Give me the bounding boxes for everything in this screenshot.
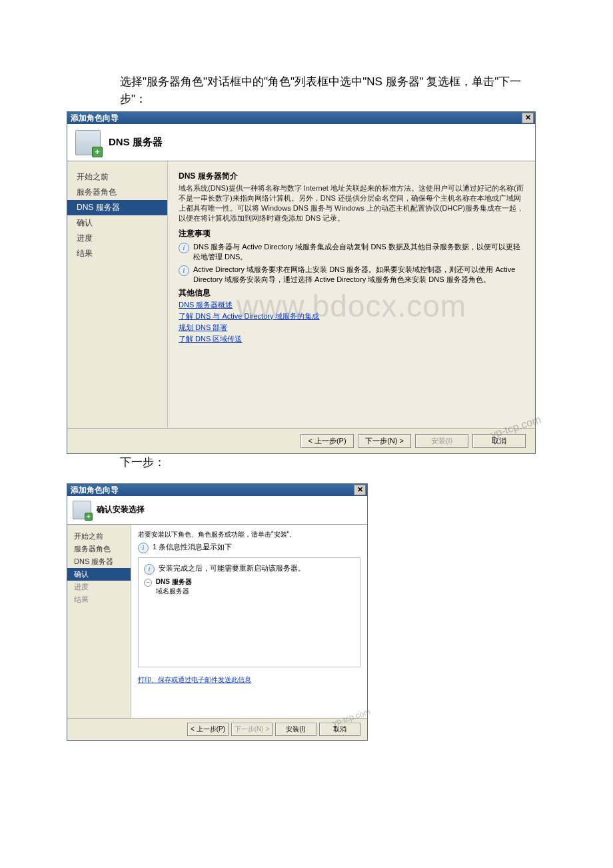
- note-text: Active Directory 域服务要求在网络上安装 DNS 服务器。如果要…: [193, 265, 524, 285]
- role-name: DNS 服务器: [156, 578, 192, 585]
- wizard-sidebar: 开始之前 服务器角色 DNS 服务器 确认 进度 结果: [67, 161, 168, 428]
- notes-heading: 注意事项: [179, 228, 524, 239]
- next-button[interactable]: 下一步(N) >: [358, 434, 411, 448]
- link-dns-zone-transfer[interactable]: 了解 DNS 区域传送: [179, 334, 524, 344]
- dialog-header-title: 确认安装选择: [97, 504, 145, 515]
- info-icon: i: [179, 243, 189, 253]
- previous-button[interactable]: < 上一步(P): [187, 723, 229, 736]
- collapse-icon[interactable]: –: [144, 579, 152, 587]
- confirm-box: i 安装完成之后，可能需要重新启动该服务器。 – DNS 服务器 域名服务器: [138, 557, 360, 667]
- intro-body: 域名系统(DNS)提供一种将名称与数字 Internet 地址关联起来的标准方法…: [179, 183, 524, 223]
- wizard-sidebar: 开始之前 服务器角色 DNS 服务器 确认 进度 结果: [67, 525, 131, 718]
- dialog-title: 添加角色向导: [71, 112, 119, 124]
- restart-warning: 安装完成之后，可能需要重新启动该服务器。: [159, 563, 305, 575]
- print-save-email-link[interactable]: 打印、保存或通过电子邮件发送此信息: [138, 675, 251, 685]
- button-row: < 上一步(P) 下一步(N) > 安装(I) 取消: [67, 428, 535, 453]
- install-button: 安装(I): [415, 434, 468, 448]
- cancel-button[interactable]: 取消: [472, 434, 526, 448]
- info-icon: i: [179, 265, 189, 276]
- sidebar-item-progress[interactable]: 进度: [67, 231, 167, 246]
- intro-heading: DNS 服务器简介: [179, 171, 524, 182]
- info-icon: i: [138, 543, 149, 553]
- link-plan-dns[interactable]: 规划 DNS 部署: [179, 323, 524, 333]
- info-links: DNS 服务器概述 了解 DNS 与 Active Directory 域服务的…: [179, 300, 524, 344]
- link-dns-ad-integration[interactable]: 了解 DNS 与 Active Directory 域服务的集成: [179, 311, 524, 321]
- cancel-button[interactable]: 取消: [319, 723, 360, 736]
- dialog-header: 确认安装选择: [67, 496, 367, 525]
- sidebar-item-confirm[interactable]: 确认: [67, 215, 167, 231]
- next-button: 下一步(N) >: [231, 723, 273, 736]
- titlebar: 添加角色向导 ✕: [67, 484, 367, 496]
- link-dns-overview[interactable]: DNS 服务器概述: [179, 300, 524, 310]
- server-icon: [75, 130, 101, 155]
- wizard-content: DNS 服务器简介 域名系统(DNS)提供一种将名称与数字 Internet 地…: [168, 161, 535, 428]
- wizard-content: 若要安装以下角色、角色服务或功能，请单击"安装"。 i 1 条信息性消息显示如下…: [131, 525, 367, 718]
- info-icon: i: [144, 564, 155, 575]
- close-button[interactable]: ✕: [522, 113, 534, 123]
- sidebar-item-before-start[interactable]: 开始之前: [67, 530, 131, 543]
- sidebar-item-server-roles[interactable]: 服务器角色: [67, 543, 131, 555]
- dialog-title: 添加角色向导: [71, 484, 119, 496]
- dialog-header-title: DNS 服务器: [109, 136, 163, 149]
- sidebar-item-before-start[interactable]: 开始之前: [67, 169, 167, 185]
- sidebar-item-dns-server[interactable]: DNS 服务器: [67, 200, 167, 215]
- close-button[interactable]: ✕: [354, 485, 366, 495]
- instruction-text-1: 选择"服务器角色"对话框中的"角色"列表框中选中"NS 服务器" 复选框，单击"…: [120, 73, 546, 107]
- sidebar-item-result: 结果: [67, 593, 131, 606]
- previous-button[interactable]: < 上一步(P): [301, 434, 354, 448]
- add-role-wizard-dialog-2: 添加角色向导 ✕ 确认安装选择 开始之前 服务器角色 DNS 服务器 确认 进度…: [67, 483, 368, 741]
- sidebar-item-confirm[interactable]: 确认: [67, 568, 131, 581]
- sidebar-item-server-roles[interactable]: 服务器角色: [67, 185, 167, 200]
- note-item-1: i DNS 服务器与 Active Directory 域服务集成会自动复制 D…: [179, 242, 524, 262]
- note-item-2: i Active Directory 域服务要求在网络上安装 DNS 服务器。如…: [179, 265, 524, 285]
- server-icon: [73, 501, 91, 519]
- note-text: DNS 服务器与 Active Directory 域服务集成会自动复制 DNS…: [193, 242, 524, 262]
- dialog-header: DNS 服务器: [67, 124, 535, 161]
- messages-count-text: 1 条信息性消息显示如下: [153, 542, 232, 553]
- instruction-text-2: 下一步：: [120, 454, 546, 471]
- add-role-wizard-dialog-1: 添加角色向导 ✕ DNS 服务器 开始之前 服务器角色 DNS 服务器 确认 进…: [67, 111, 536, 454]
- titlebar: 添加角色向导 ✕: [67, 112, 535, 124]
- button-row: < 上一步(P) 下一步(N) > 安装(I) 取消: [67, 718, 367, 740]
- sidebar-item-dns-server[interactable]: DNS 服务器: [67, 555, 131, 568]
- other-info-heading: 其他信息: [179, 287, 524, 299]
- sidebar-item-progress: 进度: [67, 581, 131, 593]
- sidebar-item-result[interactable]: 结果: [67, 246, 167, 261]
- install-button[interactable]: 安装(I): [275, 723, 316, 736]
- confirm-text: 若要安装以下角色、角色服务或功能，请单击"安装"。: [138, 530, 360, 539]
- role-sub: 域名服务器: [156, 587, 354, 596]
